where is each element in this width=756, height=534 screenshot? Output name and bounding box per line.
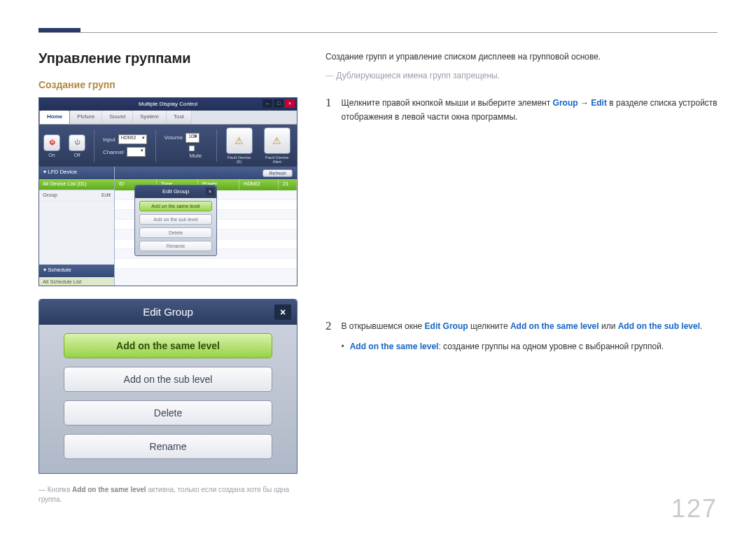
minimize-icon[interactable]: – [262, 99, 272, 108]
section-heading: Управление группами [38, 50, 298, 66]
step-number: 1 [326, 97, 332, 123]
col-input: HDMI2 [239, 179, 279, 190]
fault-device-button[interactable]: ⚠ [226, 127, 253, 154]
power-off-button[interactable]: ⏻ [69, 134, 85, 151]
dialog-title: Edit Group [143, 306, 193, 318]
close-icon[interactable]: × [206, 188, 214, 195]
subsection-heading: Создание групп [38, 79, 298, 90]
right-column: Создание групп и управление списком дисп… [326, 50, 718, 505]
footnote: ― Кнопка Add on the same level активна, … [38, 485, 298, 505]
step-1-body: Щелкните правой кнопкой мыши и выберите … [342, 97, 718, 123]
rename-button[interactable]: Rename [64, 434, 272, 459]
mini-popup-title: Edit Group × [135, 185, 216, 198]
header-divider [38, 32, 718, 33]
step-1: 1 Щелкните правой кнопкой мыши и выберит… [326, 97, 718, 123]
ribbon-separator [94, 129, 94, 162]
sidebar-header-schedule[interactable]: ▾ Schedule [39, 265, 114, 277]
tab-home[interactable]: Home [39, 110, 70, 124]
delete-button[interactable]: Delete [64, 400, 272, 426]
sidebar-header-lfd[interactable]: ▾ LFD Device [39, 167, 114, 179]
mini-rename[interactable]: Rename [139, 241, 212, 251]
page-number: 127 [671, 494, 718, 524]
left-column: Управление группами Создание групп Multi… [38, 50, 298, 505]
main-panel: Refresh ID Type Power HDMI2 21 [115, 167, 297, 286]
tab-sound[interactable]: Sound [102, 111, 133, 124]
fault-device-label: Fault Device (0) [225, 155, 253, 164]
grid-toolbar: Refresh [115, 167, 297, 179]
mini-delete[interactable]: Delete [139, 227, 212, 238]
sidebar: ▾ LFD Device All Device List (01) Group … [39, 167, 115, 286]
tab-tool[interactable]: Tool [167, 111, 192, 124]
content-columns: Управление группами Создание групп Multi… [38, 50, 718, 505]
step-2-body: В открывшемся окне Edit Group щелкните A… [342, 320, 718, 353]
power-on-button[interactable]: ⏻ [43, 134, 60, 151]
sidebar-group-label: Group [43, 192, 57, 199]
add-sub-level-button[interactable]: Add on the sub level [64, 367, 272, 392]
mute-checkbox[interactable]: Mute [189, 146, 207, 159]
kw-add-sub: Add on the sub level [618, 321, 700, 331]
dialog-titlebar: Edit Group × [39, 300, 297, 325]
edit-group-dialog: Edit Group × Add on the same level Add o… [38, 299, 298, 474]
bullet-add-same: Add on the same level: создание группы н… [342, 340, 718, 353]
edit-group-mini-popup: Edit Group × Add on the same level Add o… [134, 185, 217, 256]
mdc-app-screenshot: Multiple Display Control – □ × Home Pict… [38, 97, 298, 286]
window-buttons: – □ × [262, 99, 295, 108]
kw-edit: Edit [591, 98, 607, 108]
intro-text: Создание групп и управление списком дисп… [326, 50, 718, 64]
ribbon-separator [216, 129, 217, 162]
mini-add-sub-level[interactable]: Add on the sub level [139, 214, 212, 225]
channel-select[interactable] [127, 147, 146, 157]
fault-alert-label: Fault Device Alert [262, 155, 293, 164]
sidebar-group-edit[interactable]: Edit [102, 192, 111, 199]
kw-group: Group [553, 98, 578, 108]
maximize-icon[interactable]: □ [274, 99, 284, 108]
tab-picture[interactable]: Picture [70, 111, 102, 124]
channel-label: Channel [103, 149, 124, 155]
input-label: Input [103, 136, 115, 143]
ribbon-bar: ⏻On ⏻Off InputHDMI2 Channel Volume100 Mu… [39, 125, 297, 167]
add-same-level-button[interactable]: Add on the same level [64, 333, 272, 358]
tab-system[interactable]: System [133, 111, 167, 124]
step-number: 2 [326, 320, 332, 353]
kw-add-same: Add on the same level [510, 321, 599, 331]
on-label: On [48, 153, 55, 157]
close-icon[interactable]: × [285, 99, 295, 108]
volume-value[interactable]: 100 [186, 133, 200, 143]
kw-edit-group: Edit Group [425, 321, 468, 331]
table-row[interactable] [115, 259, 297, 269]
fault-alert-button[interactable]: ⚠ [264, 127, 290, 154]
sidebar-group-row[interactable]: Group Edit [39, 190, 114, 202]
close-icon[interactable]: × [274, 304, 291, 320]
app-title: Multiple Display Control [139, 101, 197, 107]
input-select[interactable]: HDMI2 [118, 134, 147, 144]
sidebar-all-schedule[interactable]: All Schedule List [39, 277, 114, 286]
volume-label: Volume [164, 134, 183, 141]
off-label: Off [74, 153, 80, 157]
gray-note: Дублирующиеся имена групп запрещены. [326, 69, 718, 83]
step-2: 2 В открывшемся окне Edit Group щелкните… [326, 320, 718, 353]
app-titlebar: Multiple Display Control – □ × [39, 98, 297, 111]
ribbon-tabs: Home Picture Sound System Tool [39, 111, 297, 125]
mini-add-same-level[interactable]: Add on the same level [139, 201, 212, 211]
sidebar-all-device[interactable]: All Device List (01) [39, 179, 114, 190]
ribbon-separator [155, 129, 156, 162]
col-num: 21 [279, 179, 297, 190]
refresh-button[interactable]: Refresh [262, 169, 293, 177]
